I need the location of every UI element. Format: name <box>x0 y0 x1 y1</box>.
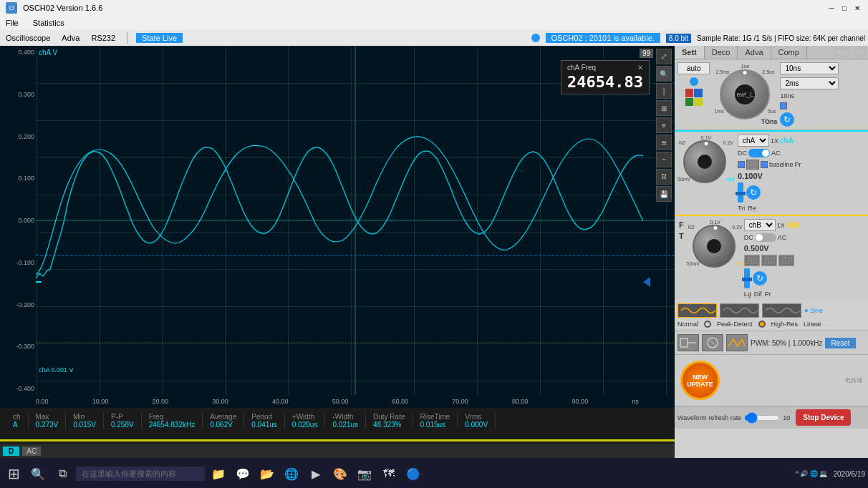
ch-ac-btn[interactable]: AC <box>22 446 41 456</box>
pwm-icon-2[interactable] <box>702 334 723 351</box>
cursor-btn[interactable]: | <box>656 83 672 99</box>
refresh-slider[interactable] <box>744 412 780 424</box>
ref-btn[interactable]: R <box>656 169 672 185</box>
tab-sett[interactable]: Sett <box>675 46 705 59</box>
vert-dividing-checkbox-row: vertical dividing line <box>780 102 838 109</box>
freq-display: chA Freq ✕ 24654.83 <box>561 60 650 94</box>
taskbar-app-5[interactable]: ▶ <box>305 463 327 484</box>
zoom-in-btn[interactable]: 🔍 <box>656 66 672 82</box>
start-btn[interactable]: ⊞ <box>3 463 24 484</box>
cha-baseline-checkbox[interactable] <box>738 161 745 168</box>
tab-rs232[interactable]: RS232 <box>88 33 118 43</box>
taskbar-app-6[interactable]: 🎨 <box>329 463 351 484</box>
chb-voltage: 0.500V <box>744 244 800 253</box>
taskbar-app-9[interactable]: 🔵 <box>402 463 424 484</box>
menu-statistics[interactable]: Statistics <box>30 18 67 28</box>
chb-select[interactable]: chB <box>744 219 776 231</box>
grid-settings-btn[interactable]: ⊞ <box>656 100 672 116</box>
cha-knob[interactable] <box>683 140 726 183</box>
pwm-reset-btn[interactable]: Reset <box>825 338 855 348</box>
update-badge[interactable]: NEW UPDATE <box>680 361 720 400</box>
fullscreen-btn[interactable]: ⤢ <box>656 49 672 64</box>
stat-plus-width: +Width 0.020us <box>285 413 326 429</box>
acq-highres-icon[interactable] <box>762 303 801 318</box>
title-bar-controls[interactable]: ─ □ ✕ <box>826 3 862 13</box>
tab-oscilloscope[interactable]: Oscilloscope <box>3 33 53 43</box>
measure-btn[interactable]: ≡ <box>656 117 672 133</box>
timebase-knob[interactable]: ew!_L <box>720 69 770 119</box>
tab-adva[interactable]: Adva <box>738 46 771 59</box>
acq-peak-radio[interactable] <box>758 321 766 328</box>
vert-dividing-checkbox[interactable] <box>780 102 787 109</box>
fft-btn[interactable]: ~ <box>656 152 672 167</box>
chb-v-slider[interactable] <box>744 268 750 288</box>
chb-1x: 1X <box>777 222 785 229</box>
acq-sine-icon[interactable] <box>677 303 717 318</box>
oscilloscope-area: 0.400 0.300 0.200 0.100 0.000 -0.100 -0.… <box>0 46 675 458</box>
cha-refresh-icon[interactable]: ↻ <box>746 185 761 200</box>
tab-adva[interactable]: Adva <box>59 33 82 43</box>
ch-level-indicator: chA 0.001 V <box>39 366 74 374</box>
auto-btn[interactable]: auto <box>677 62 710 74</box>
taskbar-search[interactable] <box>76 467 205 481</box>
chb-knob[interactable] <box>693 225 736 268</box>
osc-tab[interactable]: osc <box>834 47 851 57</box>
cha-baseline-checkbox2[interactable] <box>761 161 768 168</box>
taskbar-app-2[interactable]: 💬 <box>232 463 254 484</box>
pwm-icon-3[interactable] <box>726 334 748 351</box>
y-label-7: -0.300 <box>16 343 34 350</box>
ch-d-btn[interactable]: D <box>3 446 19 456</box>
tab-comp[interactable]: Comp <box>771 46 807 59</box>
maximize-btn[interactable]: □ <box>839 3 849 13</box>
cha-knob-dot <box>705 142 708 145</box>
time-select-1[interactable]: 10ns <box>780 62 838 74</box>
wave-btn-3[interactable] <box>778 255 794 266</box>
acq-normal-label: Normal <box>677 321 698 328</box>
taskbar-app-4[interactable]: 🌐 <box>281 463 302 484</box>
ft-labels: F T <box>677 219 685 298</box>
cha-tri-label: Tri <box>738 205 745 212</box>
chb-slider-handle <box>742 278 752 281</box>
save-btn[interactable]: 💾 <box>656 186 672 202</box>
menu-file[interactable]: File <box>3 18 21 28</box>
cha-v-slider[interactable] <box>738 182 743 202</box>
ca-tab[interactable]: ca <box>853 47 867 57</box>
wave-pattern-row <box>744 255 800 266</box>
chb-dif-label: Dif <box>754 291 762 298</box>
task-view-icon[interactable]: ⧉ <box>52 463 73 484</box>
y-label-4: 0.000 <box>18 217 34 224</box>
cha-re-label: Re <box>748 205 756 212</box>
acq-normal-radio[interactable] <box>704 321 711 328</box>
cha-select[interactable]: chA <box>738 135 769 147</box>
chb-label: chB <box>786 221 800 229</box>
chb-dc-ac-toggle[interactable] <box>755 233 776 242</box>
taskbar-app-3[interactable]: 📂 <box>256 463 278 484</box>
refresh-icon[interactable]: ↻ <box>780 112 794 127</box>
close-btn[interactable]: ✕ <box>852 3 862 13</box>
wave-btn-1[interactable] <box>744 255 760 266</box>
color-cell-blue <box>694 89 703 97</box>
minimize-btn[interactable]: ─ <box>826 3 836 13</box>
freq-close-icon[interactable]: ✕ <box>637 64 643 72</box>
time-select-2[interactable]: 2ms <box>780 77 838 89</box>
wave-view-btn[interactable]: ≋ <box>656 135 672 150</box>
cha-dc-ac-toggle[interactable] <box>748 149 770 157</box>
search-taskbar-icon[interactable]: 🔍 <box>27 463 49 484</box>
taskbar-app-8[interactable]: 🗺 <box>378 463 400 484</box>
taskbar-app-1[interactable]: 📁 <box>208 463 229 484</box>
oscilloscope-svg <box>36 46 675 395</box>
chb-refresh-icon[interactable]: ↻ <box>753 271 767 286</box>
stop-device-btn[interactable]: Stop Device <box>796 409 851 426</box>
cha-label: chA <box>780 137 794 145</box>
acq-linear-label: Linear <box>804 321 821 328</box>
chb-scale-n2: N2 <box>688 225 695 230</box>
pwm-icon-1[interactable] <box>677 334 699 351</box>
acq-peak-icon[interactable] <box>720 303 759 318</box>
taskbar-app-7[interactable]: 📷 <box>354 463 375 484</box>
tab-deco[interactable]: Deco <box>705 46 738 59</box>
cha-scale-cha: chA <box>726 177 735 182</box>
chb-side-labels: Lg Dif Pr <box>744 291 800 298</box>
wave-btn-2[interactable] <box>761 255 777 266</box>
x-label-6: 60.00 <box>392 398 408 405</box>
main-grid[interactable]: chA V 99 chA 0.001 V chA Freq ✕ 24654.83 <box>36 46 675 395</box>
